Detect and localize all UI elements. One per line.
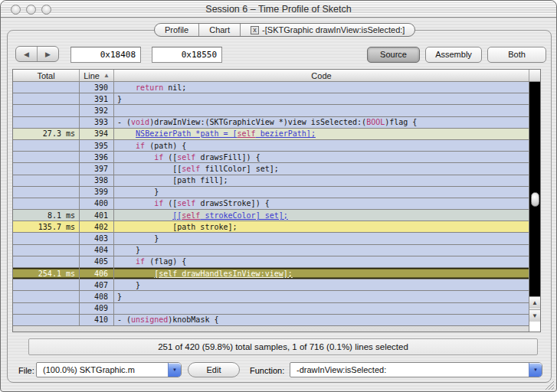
table-row[interactable]: 391} [13,93,529,105]
tab-close-icon[interactable]: x [251,26,259,34]
file-popup[interactable]: (100.0%) SKTGraphic.m ▼ [36,362,182,377]
table-row[interactable]: 399 } [13,187,529,198]
function-popup-arrow-icon: ▼ [529,363,542,377]
window-title: Session 6 – Time Profile of Sketch [1,1,556,18]
total-cell [13,105,80,116]
code-cell: if (path) { [114,140,529,151]
file-popup-arrow-icon: ▼ [168,363,181,377]
back-icon: ◀ [24,51,29,58]
line-number-cell: 394 [80,129,114,139]
status-bar: 251 of 420 (59.8%) total samples, 1 of 7… [28,338,538,355]
tab-profile[interactable]: Profile [155,24,198,36]
code-cell: return nil; [114,82,529,93]
table-row[interactable]: 407 } [13,279,529,291]
function-popup[interactable]: -drawInView:isSelected: ▼ [290,362,542,377]
title-bar[interactable]: Session 6 – Time Profile of Sketch [1,1,556,18]
line-number-cell: 398 [80,175,114,186]
code-cell: [[self fillColor] set]; [114,163,529,174]
total-cell [13,140,80,151]
code-cell: } [114,279,529,290]
line-number-cell: 392 [80,105,114,116]
total-cell [13,256,80,267]
table-body-area: 390 return nil;391}392393- (void)drawInV… [13,82,540,332]
edit-button[interactable]: Edit [188,362,240,377]
total-cell [13,117,80,128]
file-label: File: [18,363,34,378]
table-row[interactable]: 398 [path fill]; [13,175,529,187]
table-header: Total Line ▲ Code [13,70,540,82]
table-row[interactable]: 404 } [13,245,529,256]
table-row[interactable]: 390 return nil; [13,82,529,93]
code-cell: } [114,291,529,302]
scroll-up-button[interactable]: ▲ [529,296,540,309]
table-row[interactable]: 27.3 ms394 NSBezierPath *path = [self be… [13,129,529,140]
scroll-down-button[interactable]: ▼ [529,309,540,322]
total-cell: 135.7 ms [13,221,80,232]
total-cell [13,245,80,256]
back-button[interactable]: ◀ [16,47,37,61]
table-row[interactable]: 397 [[self fillColor] set]; [13,163,529,175]
total-cell [13,187,80,198]
total-cell [13,175,80,186]
table-row[interactable]: 393- (void)drawInView:(SKTGraphicView *)… [13,117,529,129]
resize-grip[interactable] [543,379,554,390]
code-cell: if ([self drawsFill]) { [114,152,529,162]
file-popup-value: (100.0%) SKTGraphic.m [43,363,135,377]
table-row[interactable]: 392 [13,105,529,116]
table-row[interactable]: 403 } [13,233,529,244]
column-header-total[interactable]: Total [13,70,80,81]
code-cell: } [114,187,529,198]
session-tab-bar: Profile Chart x -[SKTGraphic drawInView:… [154,23,415,37]
total-cell [13,233,80,243]
code-header-label: Code [311,71,331,80]
total-cell [13,82,80,93]
line-number-cell: 402 [80,221,114,232]
total-cell [13,152,80,162]
tab-session-label: -[SKTGraphic drawInView:isSelected:] [262,25,405,34]
total-cell [13,279,80,290]
tab-chart[interactable]: Chart [198,24,240,36]
start-address-field[interactable] [70,47,141,63]
code-cell: [path fill]; [114,175,529,186]
scrollbar-thumb[interactable] [531,192,539,207]
table-row[interactable]: 395 if (path) { [13,140,529,152]
table-row[interactable]: 400 if ([self drawsStroke]) { [13,198,529,210]
scrollbar-track[interactable] [529,82,540,296]
total-cell [13,303,80,314]
column-header-code[interactable]: Code [114,70,529,81]
code-table-body: 390 return nil;391}392393- (void)drawInV… [13,82,529,326]
table-row[interactable]: 254.1 ms406 [self drawHandlesInView:view… [13,268,529,279]
tab-session[interactable]: x -[SKTGraphic drawInView:isSelected:] [240,24,414,36]
total-cell [13,163,80,174]
total-cell [13,93,80,104]
line-number-cell: 400 [80,198,114,209]
tab-chart-label: Chart [209,25,230,34]
line-number-cell: 405 [80,256,114,267]
table-row[interactable]: 405 if (flag) { [13,256,529,268]
line-header-label: Line [84,71,100,80]
table-row[interactable]: 410- (unsigned)knobMask { [13,315,529,326]
forward-button[interactable]: ▶ [37,47,58,61]
forward-icon: ▶ [45,51,51,58]
app-window: Session 6 – Time Profile of Sketch Profi… [0,0,557,392]
code-cell: NSBezierPath *path = [self bezierPath]; [114,129,529,139]
line-number-cell: 391 [80,93,114,104]
line-number-cell: 396 [80,152,114,162]
table-row[interactable]: 135.7 ms402 [path stroke]; [13,221,529,233]
code-cell: if (flag) { [114,256,529,267]
scrollbar[interactable]: ▲ ▼ [529,82,540,332]
table-row[interactable]: 396 if ([self drawsFill]) { [13,152,529,163]
column-header-line[interactable]: Line ▲ [80,70,114,81]
table-row[interactable]: 8.1 ms401 [[self strokeColor] set]; [13,210,529,221]
end-address-field[interactable] [152,47,222,63]
code-cell: [[self strokeColor] set]; [114,210,529,220]
both-view-button[interactable]: Both [487,47,546,63]
table-row[interactable]: 409 [13,303,529,315]
code-cell: [self drawHandlesInView:view]; [114,268,529,279]
source-view-button[interactable]: Source [367,47,420,63]
assembly-view-button[interactable]: Assembly [425,47,482,63]
tab-profile-label: Profile [165,25,188,34]
total-header-label: Total [37,71,54,80]
table-row[interactable]: 408} [13,291,529,302]
scroll-down-icon: ▼ [532,313,538,319]
